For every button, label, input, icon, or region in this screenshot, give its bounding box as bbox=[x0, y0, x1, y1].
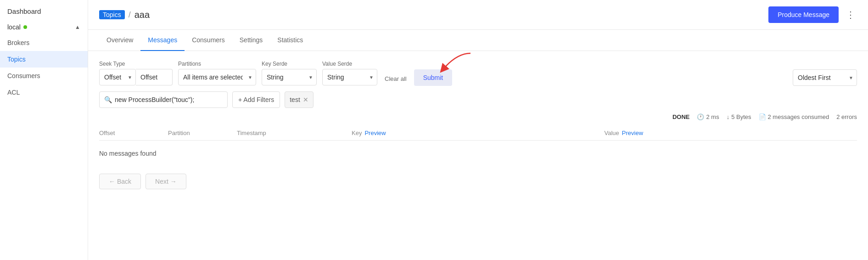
clock-icon: 🕐 bbox=[697, 113, 704, 120]
partitions-filter: Partitions All items are selected. ▼ bbox=[178, 61, 256, 85]
col-timestamp: Timestamp bbox=[237, 130, 352, 136]
search-row: 🔍 + Add Filters test ✕ bbox=[99, 91, 857, 108]
seek-type-filter: Seek Type Offset Timestamp Latest Earlie… bbox=[99, 61, 173, 85]
value-serde-select-wrapper: String JSON Avro ▼ bbox=[322, 69, 377, 85]
more-options-icon[interactable]: ⋮ bbox=[844, 7, 857, 22]
messages-consumed-value: 2 messages consumed bbox=[768, 113, 829, 120]
main-content: Topics / aaa Produce Message ⋮ Overview … bbox=[88, 0, 868, 260]
produce-message-button[interactable]: Produce Message bbox=[768, 6, 839, 23]
seek-offset-input[interactable] bbox=[136, 69, 173, 85]
filter-tag-close-button[interactable]: ✕ bbox=[303, 96, 308, 103]
filters-row: Seek Type Offset Timestamp Latest Earlie… bbox=[99, 60, 857, 86]
content-area: Seek Type Offset Timestamp Latest Earlie… bbox=[88, 51, 868, 260]
next-button: Next → bbox=[146, 174, 186, 189]
status-errors: 2 errors bbox=[836, 113, 857, 120]
filter-tag-value: test bbox=[290, 96, 300, 103]
col-value: Value Preview bbox=[605, 130, 857, 136]
clear-all-button[interactable]: Clear all bbox=[383, 73, 409, 85]
cluster-name: local bbox=[7, 23, 21, 31]
sidebar-item-dashboard[interactable]: Dashboard bbox=[0, 0, 88, 20]
value-serde-filter: Value Serde String JSON Avro ▼ bbox=[322, 61, 377, 85]
seek-type-select-wrapper: Offset Timestamp Latest Earliest ▼ bbox=[99, 69, 136, 85]
time-value: 2 ms bbox=[706, 113, 719, 120]
oldest-first-select[interactable]: Oldest First Newest First bbox=[793, 69, 857, 86]
tab-overview[interactable]: Overview bbox=[99, 30, 140, 51]
download-icon: ↓ bbox=[727, 113, 730, 120]
status-time: 🕐 2 ms bbox=[697, 113, 719, 120]
key-serde-filter: Key Serde String JSON Avro ▼ bbox=[262, 61, 317, 85]
col-offset: Offset bbox=[99, 130, 168, 136]
search-input[interactable] bbox=[115, 96, 223, 103]
value-serde-label: Value Serde bbox=[322, 61, 377, 67]
tab-settings[interactable]: Settings bbox=[232, 30, 270, 51]
status-bytes: ↓ 5 Bytes bbox=[727, 113, 751, 120]
key-serde-select-wrapper: String JSON Avro ▼ bbox=[262, 69, 317, 85]
oldest-first-filter: Oldest First Newest First ▼ bbox=[793, 60, 857, 86]
sidebar-item-consumers[interactable]: Consumers bbox=[0, 68, 88, 84]
key-serde-label: Key Serde bbox=[262, 61, 317, 67]
sidebar-item-acl[interactable]: ACL bbox=[0, 84, 88, 101]
file-icon: 📄 bbox=[759, 113, 766, 120]
value-serde-select[interactable]: String JSON Avro bbox=[322, 69, 377, 85]
oldest-first-select-wrapper: Oldest First Newest First ▼ bbox=[793, 69, 857, 86]
search-icon: 🔍 bbox=[104, 96, 112, 103]
col-key-label: Key bbox=[352, 130, 362, 136]
add-filters-button[interactable]: + Add Filters bbox=[232, 91, 280, 108]
tab-messages[interactable]: Messages bbox=[140, 30, 185, 51]
status-messages-consumed: 📄 2 messages consumed bbox=[759, 113, 829, 120]
sidebar-item-topics[interactable]: Topics bbox=[0, 51, 88, 68]
col-timestamp-label: Timestamp bbox=[237, 130, 266, 136]
col-value-label: Value bbox=[605, 130, 619, 136]
status-row: DONE 🕐 2 ms ↓ 5 Bytes 📄 2 messages consu… bbox=[99, 113, 857, 120]
status-done: DONE bbox=[672, 113, 690, 120]
oldest-first-wrapper: Oldest First Newest First ▼ bbox=[793, 60, 857, 86]
sidebar: Dashboard local ▲ Brokers Topics Consume… bbox=[0, 0, 88, 260]
sidebar-cluster: local ▲ bbox=[0, 20, 88, 34]
back-button: ← Back bbox=[99, 174, 141, 189]
partitions-label: Partitions bbox=[178, 61, 256, 67]
partitions-select[interactable]: All items are selected. bbox=[178, 69, 256, 85]
seek-type-label: Seek Type bbox=[99, 61, 173, 67]
col-key: Key Preview bbox=[352, 130, 605, 136]
key-preview-link[interactable]: Preview bbox=[364, 130, 386, 136]
search-input-wrapper: 🔍 bbox=[99, 91, 228, 108]
page-header: Topics / aaa Produce Message ⋮ bbox=[88, 0, 868, 30]
cluster-status-dot bbox=[23, 25, 27, 29]
tab-bar: Overview Messages Consumers Settings Sta… bbox=[88, 30, 868, 51]
value-preview-link[interactable]: Preview bbox=[622, 130, 643, 136]
breadcrumb-separator: / bbox=[129, 10, 131, 20]
col-partition-label: Partition bbox=[168, 130, 190, 136]
filter-tag: test ✕ bbox=[285, 91, 314, 108]
key-serde-select[interactable]: String JSON Avro bbox=[262, 69, 317, 85]
pagination: ← Back Next → bbox=[99, 174, 857, 189]
tab-statistics[interactable]: Statistics bbox=[270, 30, 310, 51]
col-offset-label: Offset bbox=[99, 130, 115, 136]
topic-name: aaa bbox=[134, 10, 150, 20]
breadcrumb-topics-link[interactable]: Topics bbox=[99, 10, 125, 19]
bytes-value: 5 Bytes bbox=[731, 113, 751, 120]
seek-type-input-group: Offset Timestamp Latest Earliest ▼ bbox=[99, 69, 173, 85]
seek-type-select[interactable]: Offset Timestamp Latest Earliest bbox=[99, 69, 136, 85]
table-header: Offset Partition Timestamp Key Preview V… bbox=[99, 126, 857, 141]
tab-consumers[interactable]: Consumers bbox=[185, 30, 232, 51]
partitions-select-wrapper: All items are selected. ▼ bbox=[178, 69, 256, 85]
arrow-annotation bbox=[434, 51, 480, 79]
breadcrumb: Topics / aaa bbox=[99, 10, 150, 20]
chevron-up-icon[interactable]: ▲ bbox=[75, 24, 80, 30]
col-partition: Partition bbox=[168, 130, 237, 136]
sidebar-item-brokers[interactable]: Brokers bbox=[0, 34, 88, 51]
header-actions: Produce Message ⋮ bbox=[768, 6, 857, 23]
no-messages-text: No messages found bbox=[99, 141, 857, 166]
